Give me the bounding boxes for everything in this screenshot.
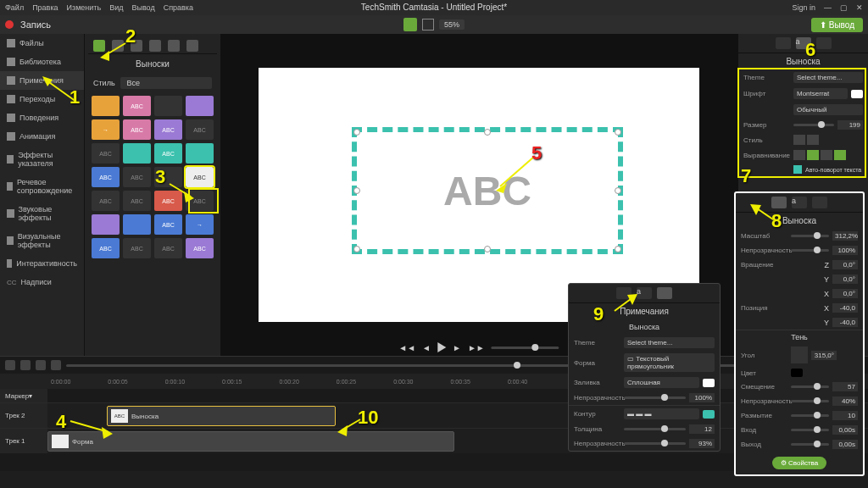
sidebar-item-cursor[interactable]: Эффекты указателя bbox=[0, 146, 84, 173]
resize-handle[interactable] bbox=[484, 246, 491, 252]
sidebar-item-audio-fx[interactable]: Звуковые эффекты bbox=[0, 200, 84, 227]
outline-style[interactable]: ▬ ▬ ▬ bbox=[624, 408, 699, 419]
menu-help[interactable]: Справка bbox=[164, 3, 193, 12]
resize-handle[interactable] bbox=[353, 246, 360, 252]
prop-tab-callout[interactable] bbox=[816, 37, 832, 49]
zoom-select[interactable]: 55% bbox=[439, 19, 465, 30]
prop-tab-visual[interactable] bbox=[776, 37, 791, 49]
outline-color[interactable] bbox=[703, 410, 715, 419]
sidebar-item-voice[interactable]: Речевое сопровождение bbox=[0, 173, 84, 200]
callout-thumb[interactable]: ABC bbox=[154, 238, 182, 258]
menu-edit[interactable]: Правка bbox=[32, 3, 58, 12]
callout-thumb[interactable]: ABC bbox=[154, 119, 182, 140]
menu-file[interactable]: Файл bbox=[5, 3, 24, 12]
callout-thumb[interactable]: ABC bbox=[186, 238, 214, 258]
next-icon[interactable]: ►► bbox=[468, 343, 485, 352]
step-back-icon[interactable]: ◄ bbox=[422, 343, 431, 352]
scale-slider[interactable] bbox=[791, 235, 829, 237]
callout-thumb[interactable]: ABC bbox=[92, 238, 120, 258]
menu-output[interactable]: Вывод bbox=[131, 3, 154, 12]
props-button[interactable]: ⚙ Свойства bbox=[772, 457, 826, 469]
tab-keystroke[interactable] bbox=[186, 40, 198, 52]
ptab-callout[interactable] bbox=[657, 287, 672, 299]
resize-handle[interactable] bbox=[615, 129, 621, 136]
ptab-text[interactable]: a bbox=[792, 197, 807, 208]
align-center[interactable] bbox=[807, 150, 819, 160]
font-color[interactable] bbox=[851, 90, 863, 98]
redo-icon[interactable] bbox=[20, 360, 31, 370]
close-icon[interactable]: ✕ bbox=[856, 3, 863, 12]
offset-slider[interactable] bbox=[791, 385, 829, 388]
prev-icon[interactable]: ◄◄ bbox=[398, 343, 415, 352]
shadow-op-slider[interactable] bbox=[791, 400, 829, 402]
size-value[interactable]: 199 bbox=[837, 120, 863, 130]
in-slider[interactable] bbox=[791, 429, 829, 431]
callout-thumb[interactable]: ABC bbox=[123, 96, 151, 116]
fill-select[interactable]: Сплошная bbox=[624, 377, 699, 388]
shadow-color[interactable] bbox=[791, 369, 803, 377]
sidebar-item-captions[interactable]: CCНадписи bbox=[0, 273, 84, 291]
cut-icon[interactable] bbox=[36, 360, 46, 370]
menu-view[interactable]: Вид bbox=[109, 3, 123, 12]
callout-thumb[interactable]: ABC bbox=[92, 167, 120, 187]
sidebar-item-media[interactable]: Файлы bbox=[0, 34, 84, 53]
callout-thumb[interactable]: ABC bbox=[123, 167, 151, 187]
underline-btn[interactable] bbox=[793, 135, 805, 145]
callout-thumb[interactable] bbox=[186, 143, 214, 164]
fill-color[interactable] bbox=[703, 379, 715, 387]
maximize-icon[interactable]: ▢ bbox=[840, 3, 848, 12]
callout-thumb[interactable] bbox=[154, 96, 182, 116]
sidebar-item-behaviors[interactable]: Поведения bbox=[0, 108, 84, 127]
callout-thumb[interactable]: ABC bbox=[154, 143, 182, 164]
resize-handle[interactable] bbox=[484, 129, 491, 136]
callout-thumb[interactable]: ABC bbox=[92, 191, 120, 211]
style-select[interactable]: Все bbox=[120, 77, 212, 89]
marker-label[interactable]: Маркер ▾ bbox=[0, 389, 47, 402]
callout-thumb[interactable]: ABC bbox=[92, 143, 120, 164]
callout-object[interactable]: ABC bbox=[352, 127, 623, 254]
angle-dial[interactable] bbox=[791, 347, 808, 363]
track-label[interactable]: Трек 2 bbox=[0, 403, 47, 428]
play-button[interactable] bbox=[437, 342, 446, 352]
callout-thumb[interactable]: → bbox=[92, 119, 120, 140]
callout-thumb[interactable] bbox=[123, 214, 151, 235]
callout-thumb[interactable] bbox=[123, 143, 151, 164]
blur-slider[interactable] bbox=[791, 414, 829, 417]
outline-op-slider[interactable] bbox=[624, 442, 686, 445]
callout-thumb[interactable]: ABC bbox=[123, 119, 151, 140]
split-icon[interactable] bbox=[51, 360, 61, 370]
callout-thumb[interactable]: ABC bbox=[123, 238, 151, 258]
record-label[interactable]: Запись bbox=[20, 19, 51, 30]
export-button[interactable]: ⬆ Вывод bbox=[811, 18, 863, 32]
callout-thumb[interactable] bbox=[92, 214, 120, 235]
sidebar-item-animation[interactable]: Анимация bbox=[0, 127, 84, 146]
record-icon[interactable] bbox=[5, 20, 14, 29]
cursor-tool-icon[interactable] bbox=[403, 18, 417, 31]
align-left[interactable] bbox=[793, 150, 805, 160]
tab-sketch[interactable] bbox=[168, 40, 180, 52]
ptab-callout[interactable] bbox=[812, 197, 827, 208]
opacity-slider[interactable] bbox=[791, 249, 829, 252]
resize-handle[interactable] bbox=[353, 129, 360, 136]
align-mid[interactable] bbox=[834, 150, 846, 160]
callout-thumb[interactable]: ABC bbox=[123, 191, 151, 211]
step-fwd-icon[interactable]: ► bbox=[453, 343, 461, 352]
theme-select[interactable]: Select theme... bbox=[624, 337, 715, 348]
fill-op-slider[interactable] bbox=[624, 396, 686, 399]
minimize-icon[interactable]: — bbox=[824, 3, 832, 12]
thickness-slider[interactable] bbox=[624, 428, 686, 430]
callout-thumb[interactable]: ABC bbox=[154, 214, 182, 235]
resize-handle[interactable] bbox=[615, 246, 621, 252]
tab-blur[interactable] bbox=[149, 40, 161, 52]
sidebar-item-interactivity[interactable]: Интерактивность bbox=[0, 254, 84, 273]
align-right[interactable] bbox=[821, 150, 832, 160]
size-slider[interactable] bbox=[793, 124, 834, 126]
callout-thumb[interactable] bbox=[92, 96, 120, 116]
menu-modify[interactable]: Изменить bbox=[67, 3, 102, 12]
shape-select[interactable]: ▭ Текстовый прямоугольник bbox=[624, 353, 715, 372]
sidebar-item-visual-fx[interactable]: Визуальные эффекты bbox=[0, 227, 84, 254]
callout-thumb[interactable] bbox=[186, 96, 214, 116]
signin-link[interactable]: Sign in bbox=[792, 3, 815, 12]
callout-thumb[interactable]: → bbox=[186, 214, 214, 235]
out-slider[interactable] bbox=[791, 443, 829, 446]
